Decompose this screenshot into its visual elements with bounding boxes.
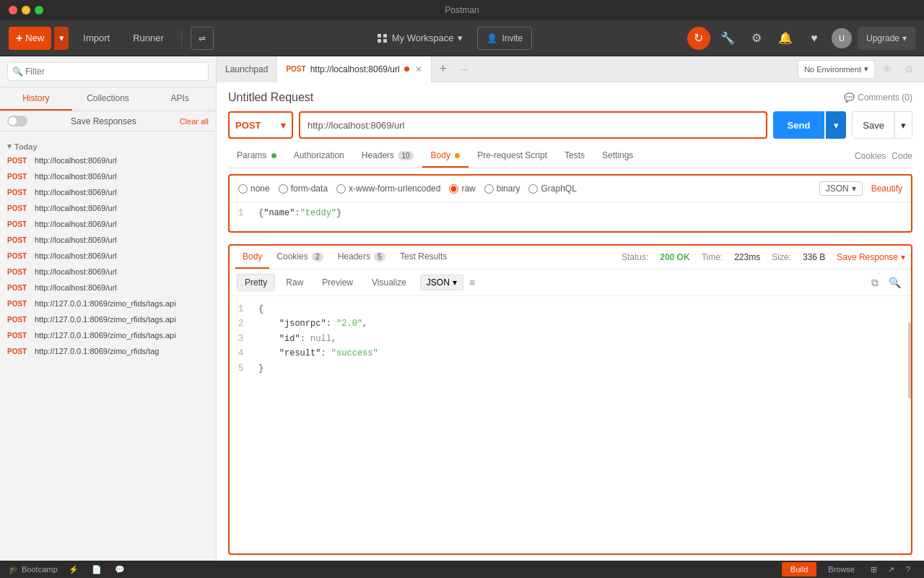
body-code-editor[interactable]: 1 {"name":"teddy"} — [230, 202, 911, 231]
req-tab-pre-request[interactable]: Pre-request Script — [468, 144, 556, 168]
resp-subtab-pretty[interactable]: Pretty — [237, 274, 275, 291]
history-item[interactable]: POST http://localhost:8069/url — [0, 184, 216, 200]
bootcamp-button[interactable]: 🎓 Bootcamp — [9, 565, 58, 574]
more-tabs-button[interactable]: ··· — [455, 56, 475, 82]
req-tab-headers[interactable]: Headers 10 — [353, 144, 422, 168]
sync-button[interactable]: ↻ — [687, 27, 710, 50]
tab-active-request[interactable]: POST http://localhost:8069/url ✕ — [277, 56, 431, 82]
radio-urlencoded-input[interactable] — [336, 184, 346, 194]
radio-form-data[interactable]: form-data — [279, 184, 328, 194]
resp-tab-test-results[interactable]: Test Results — [393, 246, 454, 269]
sidebar-tab-history[interactable]: History — [0, 87, 72, 111]
resp-tab-cookies[interactable]: Cookies 2 — [269, 246, 330, 269]
response-scrollbar[interactable] — [908, 322, 911, 400]
url-input[interactable] — [300, 113, 766, 137]
cookies-link[interactable]: Cookies — [855, 151, 886, 161]
history-item[interactable]: POST http://localhost:8069/url — [0, 264, 216, 280]
history-item[interactable]: POST http://localhost:8069/url — [0, 216, 216, 232]
settings-button[interactable]: ⚙ — [745, 27, 768, 50]
req-tab-settings[interactable]: Settings — [593, 144, 642, 168]
bottom-help-icon[interactable]: ? — [901, 562, 915, 577]
history-item[interactable]: POST http://127.0.0.1:8069/zimo_rfids/ta… — [0, 343, 216, 359]
maximize-window-btn[interactable] — [35, 6, 43, 14]
resp-json-button[interactable]: JSON ▾ — [420, 275, 463, 290]
history-item[interactable]: POST http://127.0.0.1:8069/zimo_rfids/ta… — [0, 327, 216, 343]
send-button[interactable]: Send — [773, 111, 825, 139]
bottom-share-icon[interactable]: ↗ — [884, 562, 898, 577]
req-tab-params[interactable]: Params — [228, 144, 285, 168]
history-item[interactable]: POST http://127.0.0.1:8069/zimo_rfids/ta… — [0, 311, 216, 327]
bottom-grid-icon[interactable]: ⊞ — [866, 562, 881, 577]
req-tab-tests[interactable]: Tests — [556, 144, 593, 168]
history-item[interactable]: POST http://localhost:8069/url — [0, 248, 216, 264]
radio-form-data-input[interactable] — [279, 184, 288, 194]
bottom-tab-browse[interactable]: Browse — [819, 562, 863, 577]
import-button[interactable]: Import — [74, 27, 118, 50]
resp-wrap-button[interactable]: ≡ — [466, 275, 478, 290]
resp-search-button[interactable]: 🔍 — [886, 275, 904, 290]
tab-launchpad[interactable]: Launchpad — [217, 56, 277, 82]
save-button[interactable]: Save — [852, 111, 895, 139]
invite-button[interactable]: 👤 Invite — [477, 27, 532, 50]
wrench-icon-button[interactable]: 🔧 — [716, 27, 739, 50]
req-tab-body[interactable]: Body — [422, 144, 469, 168]
json-type-button[interactable]: JSON ▾ — [819, 181, 863, 196]
minimize-window-btn[interactable] — [22, 6, 30, 14]
history-item[interactable]: POST http://localhost:8069/url — [0, 232, 216, 248]
bell-button[interactable]: 🔔 — [774, 27, 797, 50]
settings-small-button[interactable]: ⚙ — [899, 60, 918, 79]
save-response-button[interactable]: Save Response ▾ — [837, 252, 905, 262]
add-tab-button[interactable]: + — [432, 56, 455, 82]
bottom-tab-build[interactable]: Build — [782, 562, 816, 577]
radio-graphql-input[interactable] — [528, 184, 538, 194]
code-link[interactable]: Code — [892, 151, 912, 161]
new-dropdown-button[interactable]: ▾ — [54, 27, 69, 50]
clear-all-button[interactable]: Clear all — [180, 117, 209, 126]
comments-button[interactable]: 💬 Comments (0) — [844, 92, 912, 103]
method-selector[interactable]: POST ▾ — [228, 111, 293, 139]
bottom-icon-2[interactable]: 📄 — [90, 562, 104, 577]
bottom-icon-1[interactable]: ⚡ — [66, 562, 81, 577]
close-window-btn[interactable] — [9, 6, 17, 14]
capture-button[interactable]: ⇌ — [191, 27, 214, 50]
resp-subtab-raw[interactable]: Raw — [278, 274, 311, 291]
heart-button[interactable]: ♥ — [803, 27, 826, 50]
sidebar-tab-collections[interactable]: Collections — [72, 87, 144, 111]
avatar[interactable]: U — [832, 28, 852, 48]
history-item[interactable]: POST http://localhost:8069/url — [0, 168, 216, 184]
history-item[interactable]: POST http://127.0.0.1:8069/zimo_rfids/ta… — [0, 296, 216, 311]
eye-icon-button[interactable]: 👁 — [878, 60, 897, 79]
radio-raw[interactable]: raw — [449, 184, 475, 194]
beautify-button[interactable]: Beautify — [871, 184, 902, 194]
req-tab-authorization[interactable]: Authorization — [285, 144, 353, 168]
resp-copy-button[interactable]: ⧉ — [868, 275, 881, 290]
radio-binary-input[interactable] — [484, 184, 494, 194]
environment-selector[interactable]: No Environment ▾ — [798, 60, 875, 79]
resp-subtab-preview[interactable]: Preview — [314, 274, 361, 291]
params-label: Params — [237, 150, 266, 160]
save-responses-toggle[interactable] — [7, 116, 27, 126]
radio-urlencoded[interactable]: x-www-form-urlencoded — [336, 184, 440, 194]
upgrade-button[interactable]: Upgrade ▾ — [858, 27, 915, 50]
save-dropdown-button[interactable]: ▾ — [895, 111, 912, 139]
new-button[interactable]: + New — [9, 27, 51, 50]
history-item[interactable]: POST http://localhost:8069/url — [0, 280, 216, 296]
body-line-num-1: 1 — [238, 208, 250, 218]
history-item[interactable]: POST http://localhost:8069/url — [0, 152, 216, 168]
runner-button[interactable]: Runner — [124, 27, 173, 50]
sidebar-tab-apis[interactable]: APIs — [144, 87, 216, 111]
radio-none-input[interactable] — [238, 184, 248, 194]
resp-tab-body[interactable]: Body — [235, 246, 269, 269]
resp-tab-headers[interactable]: Headers 5 — [331, 246, 393, 269]
tab-close-icon[interactable]: ✕ — [415, 64, 422, 74]
send-dropdown-button[interactable]: ▾ — [826, 111, 846, 139]
radio-graphql[interactable]: GraphQL — [528, 184, 576, 194]
resp-subtab-visualize[interactable]: Visualize — [364, 274, 414, 291]
workspace-button[interactable]: My Workspace ▾ — [369, 27, 472, 50]
radio-binary[interactable]: binary — [484, 184, 520, 194]
history-item[interactable]: POST http://localhost:8069/url — [0, 200, 216, 216]
radio-raw-input[interactable] — [449, 184, 458, 194]
filter-input[interactable] — [7, 62, 209, 81]
radio-none[interactable]: none — [238, 184, 270, 194]
bottom-icon-3[interactable]: 💬 — [113, 562, 127, 577]
